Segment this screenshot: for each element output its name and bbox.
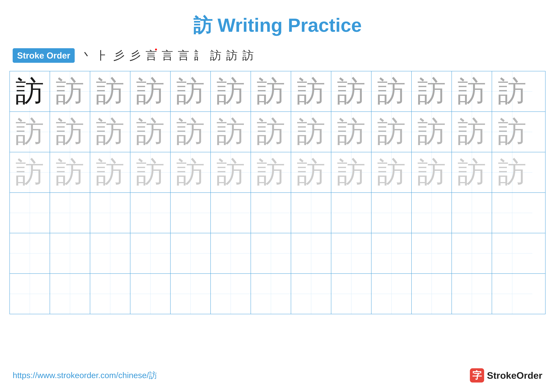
grid-cell[interactable] — [211, 274, 251, 314]
grid-cell[interactable] — [331, 193, 372, 233]
practice-char: 訪 — [417, 118, 446, 146]
grid-cell[interactable] — [211, 233, 251, 273]
grid-cell[interactable] — [50, 274, 90, 314]
grid-cell[interactable]: 訪 — [492, 112, 532, 152]
grid-cell[interactable] — [291, 233, 331, 273]
grid-cell[interactable] — [331, 274, 372, 314]
grid-cell[interactable]: 訪 — [331, 152, 372, 192]
grid-cell[interactable] — [211, 193, 251, 233]
grid-cell[interactable]: 訪 — [90, 152, 130, 192]
grid-cell[interactable]: 訪 — [10, 152, 50, 192]
grid-cell[interactable]: 訪 — [130, 71, 171, 112]
grid-cell[interactable]: 訪 — [130, 112, 171, 152]
stroke-sequence: 丶 ⺊ 彡 彡 言 言 言 訁 訪 訪 訪 — [81, 48, 254, 63]
grid-cell[interactable] — [10, 193, 50, 233]
practice-char: 訪 — [136, 118, 165, 146]
grid-cell[interactable] — [130, 274, 171, 314]
grid-cell[interactable]: 訪 — [10, 71, 50, 112]
practice-char: 訪 — [377, 77, 406, 106]
grid-cell[interactable] — [251, 233, 291, 273]
practice-char: 訪 — [96, 77, 124, 106]
grid-cell[interactable] — [412, 274, 452, 314]
grid-cell[interactable] — [130, 193, 171, 233]
grid-cell[interactable] — [171, 193, 211, 233]
grid-cell[interactable]: 訪 — [412, 152, 452, 192]
grid-cell[interactable] — [412, 193, 452, 233]
grid-cell[interactable] — [291, 193, 331, 233]
practice-char: 訪 — [297, 118, 325, 146]
grid-cell[interactable] — [90, 274, 130, 314]
stroke-4: 彡 — [129, 48, 141, 63]
grid-cell[interactable] — [10, 233, 50, 273]
grid-cell[interactable]: 訪 — [331, 71, 372, 112]
grid-cell[interactable] — [90, 233, 130, 273]
grid-row-4 — [10, 193, 545, 233]
grid-cell[interactable]: 訪 — [372, 152, 412, 192]
grid-cell[interactable]: 訪 — [412, 71, 452, 112]
grid-cell[interactable]: 訪 — [171, 71, 211, 112]
grid-cell[interactable] — [50, 193, 90, 233]
grid-cell[interactable]: 訪 — [412, 112, 452, 152]
grid-cell[interactable]: 訪 — [130, 152, 171, 192]
grid-cell[interactable]: 訪 — [211, 71, 251, 112]
grid-cell[interactable] — [50, 233, 90, 273]
grid-cell[interactable]: 訪 — [452, 71, 492, 112]
grid-cell[interactable] — [372, 274, 412, 314]
grid-cell[interactable]: 訪 — [291, 71, 331, 112]
grid-cell[interactable]: 訪 — [291, 112, 331, 152]
grid-cell[interactable] — [452, 233, 492, 273]
grid-cell[interactable]: 訪 — [452, 152, 492, 192]
practice-char: 訪 — [136, 158, 165, 187]
grid-cell[interactable] — [251, 274, 291, 314]
stroke-9: 訪 — [210, 48, 221, 63]
grid-cell[interactable] — [372, 233, 412, 273]
grid-cell[interactable]: 訪 — [171, 152, 211, 192]
grid-cell[interactable]: 訪 — [211, 152, 251, 192]
grid-cell[interactable] — [130, 233, 171, 273]
practice-char: 訪 — [498, 158, 526, 187]
grid-cell[interactable]: 訪 — [492, 71, 532, 112]
grid-cell[interactable] — [251, 193, 291, 233]
grid-cell[interactable]: 訪 — [372, 112, 412, 152]
grid-cell[interactable] — [412, 233, 452, 273]
practice-char: 訪 — [458, 118, 486, 146]
grid-cell[interactable] — [90, 193, 130, 233]
grid-cell[interactable] — [291, 274, 331, 314]
grid-cell[interactable] — [10, 274, 50, 314]
grid-cell[interactable]: 訪 — [251, 71, 291, 112]
logo-text: StrokeOrder — [487, 370, 542, 381]
grid-cell[interactable]: 訪 — [90, 71, 130, 112]
grid-cell[interactable]: 訪 — [452, 112, 492, 152]
grid-cell[interactable]: 訪 — [251, 112, 291, 152]
grid-cell[interactable] — [331, 233, 372, 273]
grid-cell[interactable]: 訪 — [211, 112, 251, 152]
practice-char: 訪 — [176, 118, 205, 146]
grid-cell[interactable]: 訪 — [50, 112, 90, 152]
grid-cell[interactable]: 訪 — [90, 112, 130, 152]
grid-cell[interactable]: 訪 — [372, 71, 412, 112]
stroke-8: 訁 — [194, 48, 205, 63]
grid-cell[interactable]: 訪 — [291, 152, 331, 192]
grid-cell[interactable] — [171, 274, 211, 314]
stroke-11: 訪 — [242, 48, 254, 63]
stroke-7: 言 — [178, 48, 189, 63]
grid-cell[interactable]: 訪 — [492, 152, 532, 192]
practice-char: 訪 — [56, 77, 84, 106]
grid-cell[interactable] — [492, 233, 532, 273]
grid-cell[interactable] — [452, 274, 492, 314]
grid-cell[interactable]: 訪 — [171, 112, 211, 152]
grid-cell[interactable] — [492, 193, 532, 233]
stroke-10: 訪 — [226, 48, 238, 63]
grid-cell[interactable] — [171, 233, 211, 273]
grid-cell[interactable]: 訪 — [50, 152, 90, 192]
footer-logo: 字 StrokeOrder — [470, 368, 542, 383]
grid-cell[interactable]: 訪 — [10, 112, 50, 152]
grid-cell[interactable]: 訪 — [331, 112, 372, 152]
grid-cell[interactable] — [452, 193, 492, 233]
grid-row-5 — [10, 233, 545, 274]
grid-cell[interactable] — [492, 274, 532, 314]
practice-char: 訪 — [377, 118, 406, 146]
grid-cell[interactable] — [372, 193, 412, 233]
grid-cell[interactable]: 訪 — [50, 71, 90, 112]
grid-cell[interactable]: 訪 — [251, 152, 291, 192]
